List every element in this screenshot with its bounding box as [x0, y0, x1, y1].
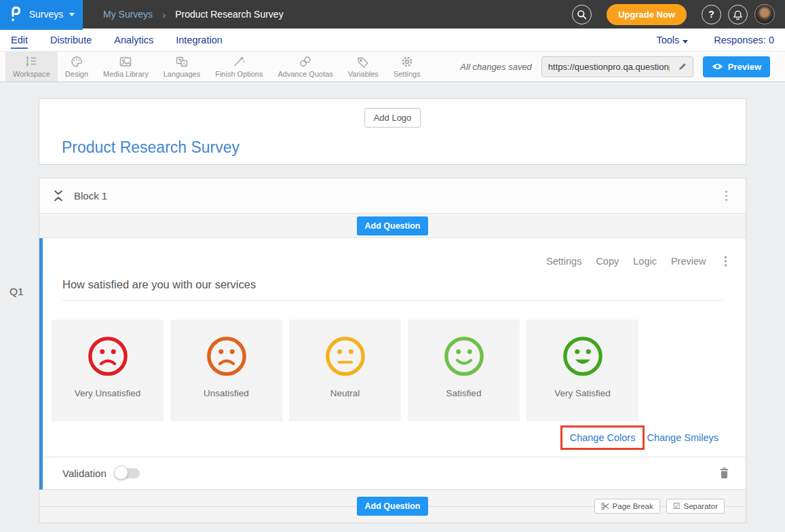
- toolbar-item-settings[interactable]: Settings: [386, 52, 428, 81]
- add-logo-button[interactable]: Add Logo: [364, 108, 421, 128]
- editor-toolbar: Workspace Design Media Library A Languag…: [0, 51, 785, 82]
- question-menu-kebab-icon[interactable]: [721, 253, 731, 269]
- tab-analytics[interactable]: Analytics: [114, 35, 153, 45]
- subnav-right: Tools Responses: 0: [656, 35, 774, 45]
- page-break-button[interactable]: Page Break: [594, 499, 660, 514]
- breadcrumb-current-survey: Product Research Survey: [175, 9, 284, 20]
- smiley-neutral-icon: [324, 335, 366, 377]
- chain-link-icon: [299, 56, 312, 68]
- translate-icon: A: [175, 56, 189, 68]
- collapse-block-icon[interactable]: [54, 190, 63, 202]
- validation-row: Validation: [43, 457, 746, 489]
- validation-label: Validation: [62, 468, 107, 479]
- svg-text:A: A: [183, 61, 185, 65]
- question-number-label: Q1: [9, 286, 24, 298]
- chevron-down-icon: [683, 40, 688, 43]
- question-card-q1: Settings Copy Logic Preview How satisfie…: [39, 238, 746, 490]
- tab-edit[interactable]: Edit: [11, 35, 28, 45]
- user-avatar[interactable]: [754, 4, 775, 24]
- breadcrumb: My Surveys › Product Research Survey: [103, 9, 284, 20]
- eye-icon: [712, 62, 723, 71]
- palette-icon: [70, 56, 83, 68]
- app-menu-label: Surveys: [29, 9, 64, 20]
- block-header: Block 1: [39, 178, 746, 214]
- survey-title[interactable]: Product Research Survey: [62, 138, 240, 157]
- bell-icon: [733, 9, 743, 20]
- smiley-frown-icon: [87, 335, 129, 377]
- trash-icon: [719, 467, 729, 479]
- add-question-row-top: Add Question: [39, 214, 746, 238]
- question-settings-link[interactable]: Settings: [546, 256, 581, 267]
- toolbar-item-advance-quotas[interactable]: Advance Quotas: [270, 52, 340, 81]
- survey-editor-canvas: Add Logo Product Research Survey Block 1…: [0, 82, 785, 523]
- topbar-actions: Upgrade Now ?: [572, 4, 785, 25]
- smiley-option-very-satisfied[interactable]: Very Satisfied: [526, 320, 638, 421]
- questionpro-logo-icon: [8, 5, 23, 24]
- separator-button[interactable]: ☑ Separator: [666, 499, 725, 514]
- gear-icon: [400, 56, 414, 68]
- workspace-icon: [24, 56, 38, 68]
- survey-header-card: Add Logo Product Research Survey: [39, 98, 746, 165]
- question-actions: Settings Copy Logic Preview: [43, 238, 746, 269]
- preview-button[interactable]: Preview: [703, 56, 770, 77]
- question-title[interactable]: How satisfied are you with our services: [62, 278, 256, 290]
- add-question-button-bottom[interactable]: Add Question: [357, 497, 429, 516]
- question-logic-link[interactable]: Logic: [633, 256, 657, 267]
- delete-question-button[interactable]: [719, 467, 729, 479]
- toolbar-right: All changes saved Preview: [460, 52, 780, 81]
- toggle-knob: [114, 466, 128, 480]
- checkbox-checked-icon: ☑: [673, 502, 681, 510]
- app-menu[interactable]: Surveys: [0, 0, 83, 30]
- block-title[interactable]: Block 1: [74, 190, 107, 202]
- wand-icon: [232, 56, 246, 68]
- smiley-option-very-unsatisfied[interactable]: Very Unsatisfied: [52, 320, 164, 421]
- smiley-option-neutral[interactable]: Neutral: [289, 320, 401, 421]
- smiley-option-satisfied[interactable]: Satisfied: [408, 320, 520, 421]
- image-icon: [119, 56, 132, 68]
- search-icon: [577, 10, 587, 20]
- footer-right-buttons: Page Break ☑ Separator: [594, 499, 725, 514]
- question-title-wrap: How satisfied are you with our services: [62, 278, 723, 301]
- search-button[interactable]: [572, 5, 592, 24]
- question-copy-link[interactable]: Copy: [596, 256, 619, 267]
- tab-distribute[interactable]: Distribute: [50, 35, 92, 45]
- save-status: All changes saved: [460, 62, 532, 72]
- survey-url-box: [541, 56, 693, 77]
- add-question-button-top[interactable]: Add Question: [357, 216, 429, 235]
- toolbar-item-finish-options[interactable]: Finish Options: [208, 52, 270, 81]
- top-navbar: Surveys My Surveys › Product Research Su…: [0, 0, 785, 28]
- tag-icon: [356, 56, 370, 68]
- scissors-icon: [601, 502, 609, 510]
- tab-integration[interactable]: Integration: [176, 35, 223, 45]
- pencil-icon: [678, 62, 687, 71]
- change-colors-highlight-box: Change Colors: [560, 425, 645, 450]
- survey-url-input[interactable]: [542, 62, 672, 72]
- notifications-button[interactable]: [728, 5, 748, 24]
- change-colors-link[interactable]: Change Colors: [570, 432, 636, 443]
- edit-url-button[interactable]: [672, 62, 693, 71]
- change-smileys-link[interactable]: Change Smileys: [647, 432, 719, 443]
- responses-count[interactable]: Responses: 0: [714, 35, 774, 45]
- smiley-frown-icon: [206, 335, 248, 377]
- block-card: Block 1 Add Question Settings Copy Logic…: [39, 178, 746, 523]
- toolbar-item-languages[interactable]: A Languages: [156, 52, 208, 81]
- block-menu-kebab-icon[interactable]: [721, 188, 732, 204]
- toolbar-item-design[interactable]: Design: [58, 52, 96, 81]
- toolbar-item-variables[interactable]: Variables: [341, 52, 386, 81]
- smiley-grin-icon: [562, 335, 604, 377]
- help-label: ?: [708, 9, 714, 20]
- upgrade-now-button[interactable]: Upgrade Now: [607, 4, 687, 25]
- smiley-links-row: Change Colors Change Smileys: [43, 425, 719, 450]
- chevron-down-icon: [69, 13, 75, 16]
- smiley-option-unsatisfied[interactable]: Unsatisfied: [170, 320, 282, 421]
- breadcrumb-my-surveys[interactable]: My Surveys: [103, 9, 153, 20]
- question-preview-link[interactable]: Preview: [671, 256, 706, 267]
- help-button[interactable]: ?: [702, 5, 721, 24]
- smiley-options-row: Very Unsatisfied Unsatisfied: [52, 320, 746, 421]
- tools-menu[interactable]: Tools: [656, 35, 688, 45]
- toolbar-item-media-library[interactable]: Media Library: [96, 52, 156, 81]
- validation-toggle[interactable]: [115, 468, 140, 478]
- smiley-smile-icon: [443, 335, 485, 377]
- block-footer: Add Question Page Break ☑ Separator: [39, 490, 746, 522]
- toolbar-item-workspace[interactable]: Workspace: [5, 52, 58, 81]
